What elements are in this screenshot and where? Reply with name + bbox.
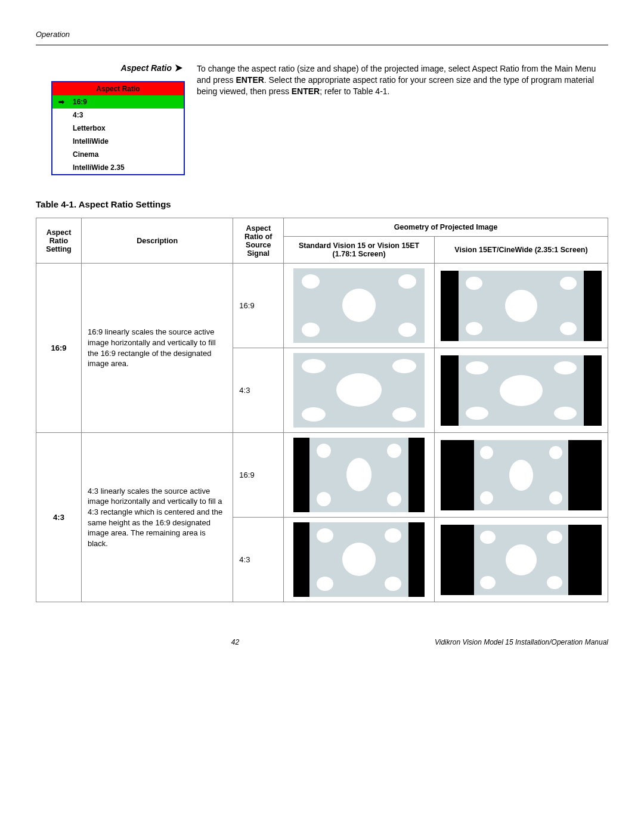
menu-item-intelliwide-235[interactable]: IntelliWide 2.35 [52, 161, 184, 174]
projection-diagram [293, 438, 425, 512]
desc-16-9: 16:9 linearly scales the source active i… [81, 264, 233, 433]
col-source-signal: Aspect Ratio of Source Signal [233, 218, 284, 264]
col-standard: Standard Vision 15 or Vision 15ET (1.78:… [284, 237, 435, 264]
aspect-ratio-label-text: Aspect Ratio [120, 63, 172, 73]
intro-paragraph: To change the aspect ratio (size and sha… [197, 63, 608, 97]
intro-row: Aspect Ratio Aspect Ratio 16:9 4:3 Lette… [36, 63, 608, 175]
setting-4-3: 4:3 [36, 433, 82, 602]
col-geometry: Geometry of Projected Image [284, 218, 608, 237]
menu-item-16-9[interactable]: 16:9 [52, 95, 184, 109]
header-rule [36, 45, 608, 45]
intro-enter-2: ENTER [292, 86, 320, 96]
geom-cell [434, 433, 608, 518]
aspect-ratio-label: Aspect Ratio [36, 63, 185, 73]
sig-16-9-b: 4:3 [233, 348, 284, 433]
table-row: 16:9 16:9 linearly scales the source act… [36, 264, 608, 348]
geom-cell [284, 518, 435, 602]
projection-diagram [293, 353, 425, 428]
intro-enter-1: ENTER [236, 75, 264, 85]
menu-item-intelliwide[interactable]: IntelliWide [52, 135, 184, 148]
table-row: 4:3 4:3 linearly scales the source activ… [36, 433, 608, 518]
col-setting: Aspect Ratio Setting [36, 218, 82, 264]
menu-header: Aspect Ratio [52, 82, 184, 95]
projection-diagram [441, 440, 602, 510]
geom-cell [434, 264, 608, 348]
geom-cell [434, 518, 608, 602]
menu-item-4-3[interactable]: 4:3 [52, 109, 184, 122]
col-description: Description [81, 218, 233, 264]
page-footer: 42 Vidikron Vision Model 15 Installation… [36, 638, 608, 646]
sig-4-3-a: 16:9 [233, 433, 284, 518]
projection-diagram [441, 271, 602, 341]
svg-marker-0 [175, 64, 182, 72]
geom-cell [284, 433, 435, 518]
col-cinewide: Vision 15ET/CineWide (2.35:1 Screen) [434, 237, 608, 264]
menu-item-cinema[interactable]: Cinema [52, 148, 184, 161]
sig-16-9-a: 16:9 [233, 264, 284, 348]
page-number: 42 [36, 638, 435, 646]
geom-cell [284, 264, 435, 348]
aspect-ratio-table: Aspect Ratio Setting Description Aspect … [36, 218, 608, 602]
menu-item-letterbox[interactable]: Letterbox [52, 122, 184, 135]
intro-text-3: ; refer to Table 4-1. [320, 86, 389, 96]
section-header: Operation [36, 30, 608, 39]
arrowhead-icon [175, 64, 185, 72]
projection-diagram [441, 525, 602, 595]
side-block: Aspect Ratio Aspect Ratio 16:9 4:3 Lette… [36, 63, 185, 175]
projection-diagram [293, 268, 425, 343]
geom-cell [434, 348, 608, 433]
projection-diagram [441, 355, 602, 426]
setting-16-9: 16:9 [36, 264, 82, 433]
aspect-ratio-menu: Aspect Ratio 16:9 4:3 Letterbox IntelliW… [51, 81, 185, 175]
table-title: Table 4-1. Aspect Ratio Settings [36, 199, 608, 209]
sig-4-3-b: 4:3 [233, 518, 284, 602]
projection-diagram [293, 522, 425, 597]
geom-cell [284, 348, 435, 433]
desc-4-3: 4:3 linearly scales the source active im… [81, 433, 233, 602]
manual-title: Vidikron Vision Model 15 Installation/Op… [435, 638, 608, 646]
